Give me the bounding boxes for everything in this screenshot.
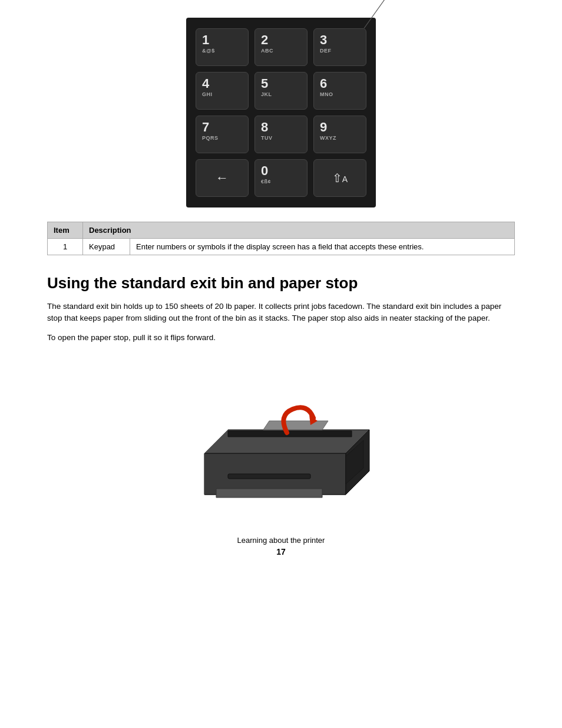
key-shift: ⇧A bbox=[313, 159, 366, 197]
table-header-description: Description bbox=[83, 222, 515, 239]
svg-marker-6 bbox=[228, 431, 352, 437]
svg-rect-9 bbox=[228, 474, 310, 479]
key-3: 3 DEF bbox=[313, 28, 366, 66]
table-row: 1 Keypad Enter numbers or symbols if the… bbox=[48, 239, 515, 255]
svg-marker-5 bbox=[216, 489, 322, 498]
key-7: 7 PQRS bbox=[196, 116, 249, 153]
key-5: 5 JKL bbox=[254, 72, 308, 110]
table-header-item: Item bbox=[48, 222, 83, 239]
keypad-image: 1 &@$ 2 ABC 3 DEF 4 GHI 5 JKL bbox=[186, 18, 376, 207]
footer-text: Learning about the printer bbox=[237, 536, 325, 545]
key-4: 4 GHI bbox=[196, 72, 249, 110]
key-6: 6 MNO bbox=[313, 72, 366, 110]
printer-svg bbox=[169, 353, 393, 518]
keypad-diagram: 1 1 &@$ 2 ABC 3 DEF bbox=[47, 18, 515, 207]
table-cell-description: Enter numbers or symbols if the display … bbox=[130, 239, 515, 255]
description-table: Item Description 1 Keypad Enter numbers … bbox=[47, 222, 515, 255]
key-1: 1 &@$ bbox=[196, 28, 249, 66]
table-cell-item-number: 1 bbox=[48, 239, 83, 255]
body-text-2: To open the paper stop, pull it so it fl… bbox=[47, 332, 515, 344]
page-footer: Learning about the printer 17 bbox=[47, 536, 515, 556]
table-cell-label: Keypad bbox=[83, 239, 130, 255]
printer-illustration bbox=[47, 353, 515, 518]
key-9: 9 WXYZ bbox=[313, 116, 366, 153]
key-0: 0 €ß¢ bbox=[254, 159, 308, 197]
page-number: 17 bbox=[47, 547, 515, 556]
key-2: 2 ABC bbox=[254, 28, 308, 66]
body-text-1: The standard exit bin holds up to 150 sh… bbox=[47, 301, 515, 325]
svg-line-0 bbox=[364, 0, 391, 28]
svg-marker-7 bbox=[263, 421, 328, 430]
key-backspace: ← bbox=[196, 159, 249, 197]
section-heading: Using the standard exit bin and paper st… bbox=[47, 274, 515, 292]
key-8: 8 TUV bbox=[254, 116, 308, 153]
